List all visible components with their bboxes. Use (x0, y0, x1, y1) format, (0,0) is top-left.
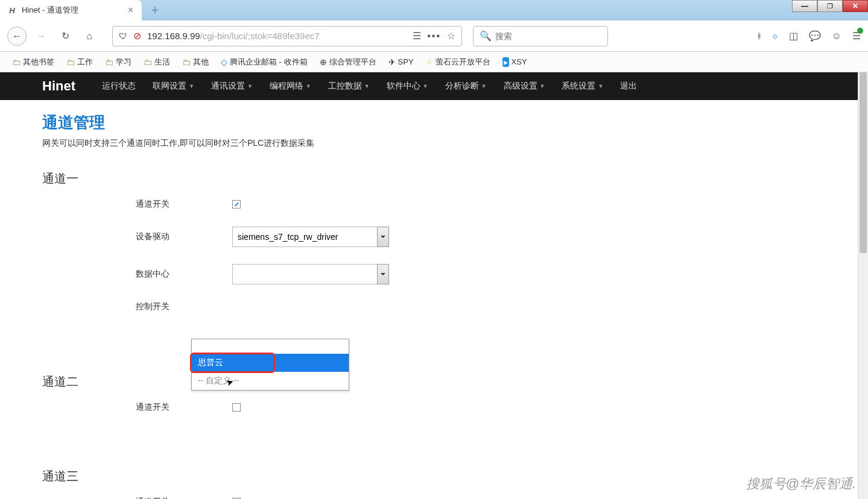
page-title: 通道管理 (42, 112, 868, 133)
tab-favicon-icon: H (7, 5, 17, 15)
search-input[interactable] (495, 31, 601, 41)
new-tab-button[interactable]: + (144, 0, 166, 20)
row-switch-1: 通道开关 (42, 199, 868, 210)
menu-icon[interactable]: ☰ (852, 30, 861, 42)
tab-title: Hinet - 通道管理 (22, 5, 78, 16)
row-control: 控制开关 (42, 301, 868, 312)
pocket-icon[interactable]: ⟐ (772, 31, 778, 42)
nav-software[interactable]: 软件中心▼ (378, 72, 437, 100)
search-bar[interactable]: 🔍 (473, 26, 608, 46)
dropdown-arrow-icon[interactable] (377, 264, 389, 284)
vertical-scrollbar[interactable] (858, 72, 868, 499)
shield-icon[interactable]: 🛡 (119, 31, 127, 41)
browser-toolbar: ← → ↻ ⌂ 🛡 ⊘ 192.168.9.99/cgi-bin/luci/;s… (0, 20, 868, 52)
nav-advanced[interactable]: 高级设置▼ (495, 72, 554, 100)
caret-icon: ▼ (306, 83, 311, 89)
tab-close-button[interactable]: × (125, 5, 136, 16)
window-controls (792, 0, 868, 20)
section-channel-1: 通道一 通道开关 设备驱动 siemens_s7_tcp_rw_driver 数… (42, 171, 868, 359)
label-switch: 通道开关 (42, 199, 232, 210)
nav-logout[interactable]: 退出 (612, 72, 645, 100)
reload-button[interactable]: ↻ (55, 27, 75, 46)
select-driver-value: siemens_s7_tcp_rw_driver (232, 227, 389, 247)
label-driver: 设备驱动 (42, 231, 232, 242)
nav-program[interactable]: 编程网络▼ (261, 72, 320, 100)
bookmark-folder-study[interactable]: 🗀学习 (100, 55, 136, 69)
folder-icon: 🗀 (182, 57, 191, 67)
checkbox-switch-2[interactable] (232, 403, 241, 412)
library-icon[interactable]: ⫳ (758, 31, 761, 42)
app-brand[interactable]: Hinet (42, 78, 75, 94)
window-titlebar: H Hinet - 通道管理 × + (0, 0, 868, 20)
nav-diagnose[interactable]: 分析诊断▼ (437, 72, 495, 100)
bookmark-folder-other[interactable]: 🗀其他书签 (7, 55, 59, 69)
browser-tab[interactable]: H Hinet - 通道管理 × (0, 0, 142, 20)
bookmark-link-xsy[interactable]: ▸XSY (498, 55, 532, 69)
select-datacenter[interactable] (232, 264, 389, 284)
back-button[interactable]: ← (7, 27, 27, 46)
dropdown-option-blank[interactable] (192, 339, 349, 354)
nav-industrial[interactable]: 工控数据▼ (320, 72, 378, 100)
row-driver: 设备驱动 siemens_s7_tcp_rw_driver (42, 227, 868, 247)
scrollbar-thumb[interactable] (860, 72, 867, 253)
chat-icon[interactable]: 💬 (809, 30, 821, 42)
label-control: 控制开关 (42, 301, 232, 312)
app-navbar: Hinet 运行状态 联网设置▼ 通讯设置▼ 编程网络▼ 工控数据▼ 软件中心▼… (0, 72, 868, 100)
bookmark-folder-work[interactable]: 🗀工作 (62, 55, 98, 69)
nav-status[interactable]: 运行状态 (93, 72, 144, 100)
dots-icon: ⁘ (426, 57, 433, 67)
section-channel-3: 通道三 通道开关 (42, 468, 868, 499)
select-driver[interactable]: siemens_s7_tcp_rw_driver (232, 227, 389, 247)
folder-icon: 🗀 (105, 57, 113, 67)
url-text: 192.168.9.99/cgi-bin/luci/;stok=489fe39e… (147, 31, 407, 41)
caret-icon: ▼ (540, 83, 545, 89)
checkbox-switch-1[interactable] (232, 200, 241, 209)
minimize-button[interactable] (792, 0, 817, 12)
home-button[interactable]: ⌂ (80, 27, 99, 46)
page-content: Hinet 运行状态 联网设置▼ 通讯设置▼ 编程网络▼ 工控数据▼ 软件中心▼… (0, 72, 868, 499)
folder-icon: 🗀 (66, 57, 75, 67)
globe-icon: ⊕ (320, 57, 327, 67)
caret-icon: ▼ (247, 83, 253, 89)
datacenter-dropdown: 思普云 -- 自定义 -- (191, 339, 349, 391)
bookmark-star-icon[interactable]: ☆ (447, 30, 455, 42)
dropdown-arrow-icon[interactable] (377, 227, 389, 247)
nav-comm[interactable]: 通讯设置▼ (203, 72, 261, 100)
bookmark-link-ys7[interactable]: ⁘萤石云开放平台 (421, 55, 495, 69)
section-title: 通道三 (42, 468, 868, 485)
bookmarks-bar: 🗀其他书签 🗀工作 🗀学习 🗀生活 🗀其他 ◇腾讯企业邮箱 - 收件箱 ⊕综合管… (0, 52, 868, 72)
toolbar-right-icons: ⫳ ⟐ ◫ 💬 ☺ ☰ (758, 30, 861, 42)
dropdown-option-sipu[interactable]: 思普云 (192, 354, 349, 372)
page-actions-icon[interactable]: ••• (427, 31, 441, 42)
bookmark-link-platform[interactable]: ⊕综合管理平台 (315, 55, 381, 69)
nav-system[interactable]: 系统设置▼ (553, 72, 612, 100)
sidebar-icon[interactable]: ◫ (789, 30, 798, 42)
caret-icon: ▼ (189, 83, 194, 89)
dropdown-option-custom[interactable]: -- 自定义 -- (192, 372, 349, 390)
tracking-blocked-icon[interactable]: ⊘ (133, 30, 141, 42)
bookmark-link-mail[interactable]: ◇腾讯企业邮箱 - 收件箱 (216, 55, 312, 69)
maximize-button[interactable] (817, 0, 843, 12)
nav-network[interactable]: 联网设置▼ (144, 72, 203, 100)
caret-icon: ▼ (423, 83, 428, 89)
section-title: 通道二 (42, 374, 868, 390)
page-body: 通道管理 网关可以同时支持三个通道同时工作,即可以同时对三个PLC进行数据采集 … (0, 100, 868, 499)
folder-icon: 🗀 (12, 57, 21, 67)
folder-icon: 🗀 (144, 57, 152, 67)
reader-view-icon[interactable]: ☰ (413, 30, 421, 42)
forward-button[interactable]: → (31, 27, 51, 46)
bookmark-folder-life[interactable]: 🗀生活 (139, 55, 175, 69)
search-icon: 🔍 (480, 30, 492, 42)
page-description: 网关可以同时支持三个通道同时工作,即可以同时对三个PLC进行数据采集 (42, 138, 868, 149)
label-switch: 通道开关 (42, 497, 232, 499)
row-switch-2: 通道开关 (42, 402, 868, 413)
mail-icon: ◇ (221, 57, 227, 67)
close-window-button[interactable] (843, 0, 868, 12)
address-bar[interactable]: 🛡 ⊘ 192.168.9.99/cgi-bin/luci/;stok=489f… (112, 26, 462, 46)
row-switch-3: 通道开关 (42, 497, 868, 499)
account-icon[interactable]: ☺ (832, 31, 841, 42)
bookmark-folder-other2[interactable]: 🗀其他 (177, 55, 214, 69)
section-channel-2: 通道二 通道开关 (42, 374, 868, 454)
bookmark-link-spy[interactable]: ✈SPY (384, 55, 419, 69)
label-datacenter: 数据中心 (42, 269, 232, 280)
